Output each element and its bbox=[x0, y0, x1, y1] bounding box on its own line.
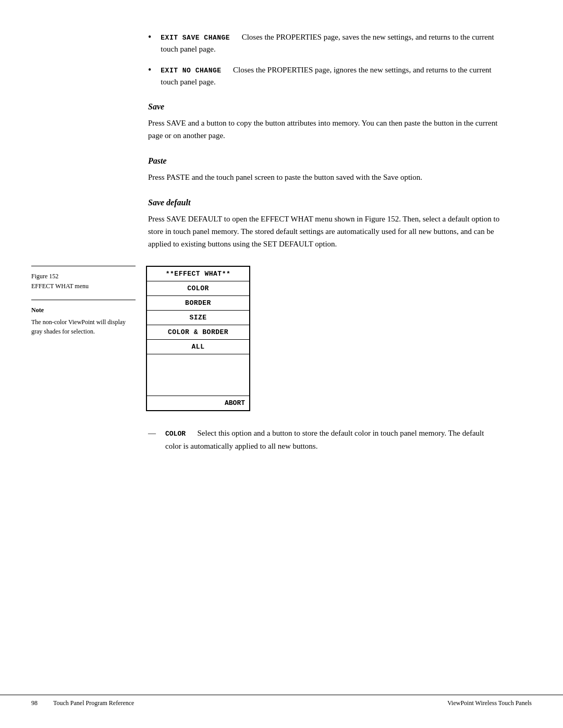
save-heading: Save bbox=[148, 102, 500, 112]
save-paragraph: Press SAVE and a button to copy the butt… bbox=[148, 117, 500, 142]
content-area: • EXIT SAVE CHANGE Closes the PROPERTIES… bbox=[148, 31, 500, 250]
bullet-dot: • bbox=[148, 30, 151, 44]
dash-item-color: — COLOR Select this option and a button … bbox=[148, 427, 500, 452]
note-label: Note bbox=[31, 306, 136, 314]
bullet-dot-2: • bbox=[148, 63, 151, 77]
menu-spacer bbox=[147, 354, 249, 396]
paste-heading: Paste bbox=[148, 156, 500, 166]
bullet-text: EXIT SAVE CHANGE Closes the PROPERTIES p… bbox=[161, 31, 500, 55]
dash-char: — bbox=[148, 427, 156, 439]
menu-header: **EFFECT WHAT** bbox=[147, 267, 249, 281]
menu-abort[interactable]: ABORT bbox=[147, 396, 249, 410]
bullet-text-2: EXIT NO CHANGE Closes the PROPERTIES pag… bbox=[161, 64, 500, 88]
figure-area: Figure 152 EFFECT WHAT menu Note The non… bbox=[31, 266, 563, 411]
menu-item-color-border[interactable]: COLOR & BORDER bbox=[147, 325, 249, 340]
save-default-paragraph: Press SAVE DEFAULT to open the EFFECT WH… bbox=[148, 213, 500, 250]
exit-save-change-label: EXIT SAVE CHANGE bbox=[161, 34, 230, 42]
footer-left: 98 Touch Panel Program Reference bbox=[31, 699, 134, 707]
page: • EXIT SAVE CHANGE Closes the PROPERTIES… bbox=[0, 0, 563, 728]
dash-label: COLOR bbox=[165, 430, 186, 438]
figure-sidebar: Figure 152 EFFECT WHAT menu Note The non… bbox=[31, 266, 146, 411]
page-number: 98 bbox=[31, 699, 38, 707]
dash-items-area: — COLOR Select this option and a button … bbox=[148, 427, 500, 452]
menu-item-color[interactable]: COLOR bbox=[147, 281, 249, 296]
menu-item-all[interactable]: ALL bbox=[147, 340, 249, 354]
bullet-list: • EXIT SAVE CHANGE Closes the PROPERTIES… bbox=[148, 31, 500, 88]
note-text: The non-color ViewPoint will display gra… bbox=[31, 317, 136, 336]
exit-no-change-label: EXIT NO CHANGE bbox=[161, 67, 221, 75]
figure-caption: EFFECT WHAT menu bbox=[31, 282, 136, 290]
left-footer-text: Touch Panel Program Reference bbox=[53, 699, 134, 707]
effect-what-menu: **EFFECT WHAT** COLOR BORDER SIZE COLOR … bbox=[146, 266, 250, 411]
figure-label: Figure 152 bbox=[31, 273, 136, 280]
dash-description: Select this option and a button to store… bbox=[165, 429, 484, 450]
figure-bottom-divider bbox=[31, 300, 136, 300]
paste-paragraph: Press PASTE and the touch panel screen t… bbox=[148, 171, 500, 183]
dash-text: COLOR Select this option and a button to… bbox=[165, 427, 500, 452]
list-item: • EXIT SAVE CHANGE Closes the PROPERTIES… bbox=[148, 31, 500, 55]
figure-top-divider bbox=[31, 266, 136, 266]
menu-item-border[interactable]: BORDER bbox=[147, 296, 249, 311]
list-item: • EXIT NO CHANGE Closes the PROPERTIES p… bbox=[148, 64, 500, 88]
menu-item-size[interactable]: SIZE bbox=[147, 311, 249, 325]
save-default-heading: Save default bbox=[148, 198, 500, 207]
right-footer-text: ViewPoint Wireless Touch Panels bbox=[447, 699, 532, 707]
footer: 98 Touch Panel Program Reference ViewPoi… bbox=[0, 695, 563, 707]
